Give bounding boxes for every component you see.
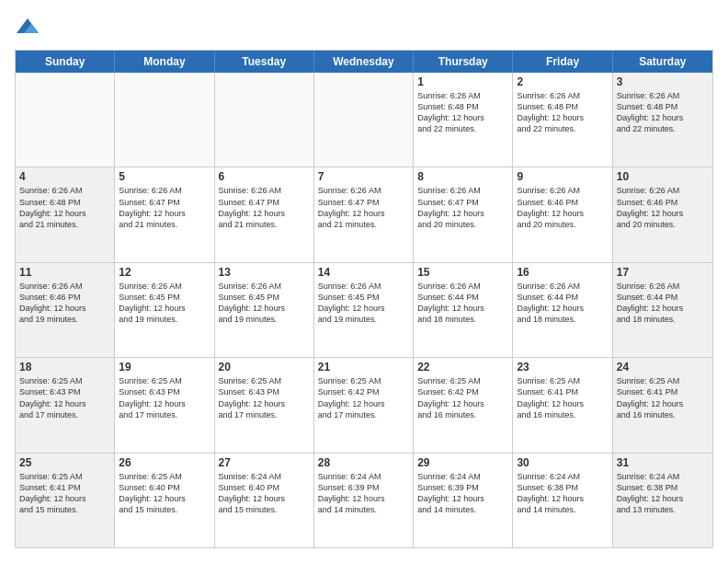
day-info: Sunrise: 6:26 AM Sunset: 6:44 PM Dayligh…	[617, 281, 709, 326]
day-info: Sunrise: 6:24 AM Sunset: 6:38 PM Dayligh…	[617, 471, 709, 516]
logo	[15, 15, 44, 40]
day-info: Sunrise: 6:26 AM Sunset: 6:44 PM Dayligh…	[417, 281, 508, 326]
day-number: 18	[19, 361, 110, 373]
day-info: Sunrise: 6:26 AM Sunset: 6:45 PM Dayligh…	[119, 281, 210, 326]
calendar-cell	[115, 73, 214, 167]
calendar-cell: 1Sunrise: 6:26 AM Sunset: 6:48 PM Daylig…	[414, 73, 513, 167]
header-day: Wednesday	[314, 51, 414, 73]
calendar-cell: 2Sunrise: 6:26 AM Sunset: 6:48 PM Daylig…	[513, 73, 612, 167]
calendar-cell: 20Sunrise: 6:25 AM Sunset: 6:43 PM Dayli…	[215, 358, 314, 452]
day-number: 29	[417, 456, 508, 469]
page: SundayMondayTuesdayWednesdayThursdayFrid…	[0, 0, 728, 563]
day-number: 9	[517, 170, 608, 183]
calendar-cell: 14Sunrise: 6:26 AM Sunset: 6:45 PM Dayli…	[314, 263, 414, 357]
calendar-cell: 8Sunrise: 6:26 AM Sunset: 6:47 PM Daylig…	[414, 167, 513, 261]
day-info: Sunrise: 6:25 AM Sunset: 6:41 PM Dayligh…	[517, 375, 608, 420]
day-number: 2	[517, 75, 608, 88]
calendar-cell	[16, 73, 115, 167]
day-info: Sunrise: 6:26 AM Sunset: 6:46 PM Dayligh…	[617, 185, 709, 230]
day-info: Sunrise: 6:26 AM Sunset: 6:48 PM Dayligh…	[517, 90, 608, 135]
day-number: 23	[517, 361, 608, 373]
calendar-cell	[215, 73, 314, 167]
day-number: 25	[19, 456, 110, 469]
day-number: 10	[617, 170, 709, 183]
day-info: Sunrise: 6:25 AM Sunset: 6:41 PM Dayligh…	[617, 375, 709, 420]
day-info: Sunrise: 6:25 AM Sunset: 6:41 PM Dayligh…	[19, 471, 110, 516]
day-info: Sunrise: 6:25 AM Sunset: 6:43 PM Dayligh…	[19, 375, 110, 420]
logo-icon	[15, 15, 40, 40]
day-info: Sunrise: 6:26 AM Sunset: 6:48 PM Dayligh…	[417, 90, 508, 135]
header-day: Tuesday	[215, 51, 314, 73]
header-day: Thursday	[414, 51, 513, 73]
header-day: Saturday	[613, 51, 712, 73]
calendar-cell: 15Sunrise: 6:26 AM Sunset: 6:44 PM Dayli…	[414, 263, 513, 357]
day-info: Sunrise: 6:24 AM Sunset: 6:38 PM Dayligh…	[517, 471, 608, 516]
header-day: Monday	[115, 51, 214, 73]
day-info: Sunrise: 6:24 AM Sunset: 6:39 PM Dayligh…	[318, 471, 409, 516]
calendar-row: 25Sunrise: 6:25 AM Sunset: 6:41 PM Dayli…	[16, 454, 712, 547]
day-info: Sunrise: 6:25 AM Sunset: 6:43 PM Dayligh…	[119, 375, 210, 420]
calendar-cell: 31Sunrise: 6:24 AM Sunset: 6:38 PM Dayli…	[613, 454, 712, 547]
day-info: Sunrise: 6:24 AM Sunset: 6:40 PM Dayligh…	[219, 471, 310, 516]
calendar-cell: 9Sunrise: 6:26 AM Sunset: 6:46 PM Daylig…	[513, 167, 612, 261]
calendar-cell: 26Sunrise: 6:25 AM Sunset: 6:40 PM Dayli…	[115, 454, 214, 547]
calendar-cell: 21Sunrise: 6:25 AM Sunset: 6:42 PM Dayli…	[314, 358, 414, 452]
calendar-cell: 6Sunrise: 6:26 AM Sunset: 6:47 PM Daylig…	[215, 167, 314, 261]
day-info: Sunrise: 6:26 AM Sunset: 6:47 PM Dayligh…	[318, 185, 409, 230]
calendar-cell: 24Sunrise: 6:25 AM Sunset: 6:41 PM Dayli…	[613, 358, 712, 452]
calendar-cell: 5Sunrise: 6:26 AM Sunset: 6:47 PM Daylig…	[115, 167, 214, 261]
day-info: Sunrise: 6:25 AM Sunset: 6:42 PM Dayligh…	[417, 375, 508, 420]
day-info: Sunrise: 6:26 AM Sunset: 6:48 PM Dayligh…	[19, 185, 110, 230]
day-number: 22	[417, 361, 508, 373]
day-number: 7	[318, 170, 409, 183]
day-info: Sunrise: 6:26 AM Sunset: 6:45 PM Dayligh…	[219, 281, 310, 326]
day-info: Sunrise: 6:26 AM Sunset: 6:47 PM Dayligh…	[417, 185, 508, 230]
calendar-cell: 19Sunrise: 6:25 AM Sunset: 6:43 PM Dayli…	[115, 358, 214, 452]
calendar-cell: 3Sunrise: 6:26 AM Sunset: 6:48 PM Daylig…	[613, 73, 712, 167]
day-number: 27	[219, 456, 310, 469]
day-number: 14	[318, 266, 409, 279]
calendar-cell: 22Sunrise: 6:25 AM Sunset: 6:42 PM Dayli…	[414, 358, 513, 452]
day-number: 5	[119, 170, 210, 183]
day-info: Sunrise: 6:26 AM Sunset: 6:46 PM Dayligh…	[517, 185, 608, 230]
day-number: 19	[119, 361, 210, 373]
calendar-cell: 28Sunrise: 6:24 AM Sunset: 6:39 PM Dayli…	[314, 454, 414, 547]
day-info: Sunrise: 6:26 AM Sunset: 6:47 PM Dayligh…	[119, 185, 210, 230]
day-info: Sunrise: 6:24 AM Sunset: 6:39 PM Dayligh…	[417, 471, 508, 516]
calendar: SundayMondayTuesdayWednesdayThursdayFrid…	[15, 50, 713, 548]
calendar-cell: 10Sunrise: 6:26 AM Sunset: 6:46 PM Dayli…	[613, 167, 712, 261]
calendar-cell: 12Sunrise: 6:26 AM Sunset: 6:45 PM Dayli…	[115, 263, 214, 357]
day-number: 12	[119, 266, 210, 279]
calendar-cell: 17Sunrise: 6:26 AM Sunset: 6:44 PM Dayli…	[613, 263, 712, 357]
day-info: Sunrise: 6:26 AM Sunset: 6:46 PM Dayligh…	[19, 281, 110, 326]
day-number: 17	[617, 266, 709, 279]
day-number: 31	[617, 456, 709, 469]
calendar-cell: 30Sunrise: 6:24 AM Sunset: 6:38 PM Dayli…	[513, 454, 612, 547]
calendar-cell: 16Sunrise: 6:26 AM Sunset: 6:44 PM Dayli…	[513, 263, 612, 357]
calendar-cell: 25Sunrise: 6:25 AM Sunset: 6:41 PM Dayli…	[16, 454, 115, 547]
day-info: Sunrise: 6:26 AM Sunset: 6:47 PM Dayligh…	[219, 185, 310, 230]
day-info: Sunrise: 6:25 AM Sunset: 6:40 PM Dayligh…	[119, 471, 210, 516]
calendar-row: 18Sunrise: 6:25 AM Sunset: 6:43 PM Dayli…	[16, 358, 712, 453]
calendar-row: 4Sunrise: 6:26 AM Sunset: 6:48 PM Daylig…	[16, 167, 712, 262]
day-info: Sunrise: 6:26 AM Sunset: 6:45 PM Dayligh…	[318, 281, 409, 326]
day-number: 20	[219, 361, 310, 373]
calendar-cell: 27Sunrise: 6:24 AM Sunset: 6:40 PM Dayli…	[215, 454, 314, 547]
day-number: 6	[219, 170, 310, 183]
calendar-cell: 23Sunrise: 6:25 AM Sunset: 6:41 PM Dayli…	[513, 358, 612, 452]
calendar-cell: 18Sunrise: 6:25 AM Sunset: 6:43 PM Dayli…	[16, 358, 115, 452]
day-number: 28	[318, 456, 409, 469]
day-number: 15	[417, 266, 508, 279]
day-info: Sunrise: 6:25 AM Sunset: 6:43 PM Dayligh…	[219, 375, 310, 420]
day-number: 13	[219, 266, 310, 279]
header-day: Sunday	[16, 51, 115, 73]
calendar-cell: 29Sunrise: 6:24 AM Sunset: 6:39 PM Dayli…	[414, 454, 513, 547]
day-info: Sunrise: 6:26 AM Sunset: 6:48 PM Dayligh…	[617, 90, 709, 135]
calendar-row: 1Sunrise: 6:26 AM Sunset: 6:48 PM Daylig…	[16, 73, 712, 167]
day-number: 16	[517, 266, 608, 279]
header	[15, 15, 713, 40]
day-number: 30	[517, 456, 608, 469]
day-number: 21	[318, 361, 409, 373]
day-number: 3	[617, 75, 709, 88]
day-number: 1	[417, 75, 508, 88]
